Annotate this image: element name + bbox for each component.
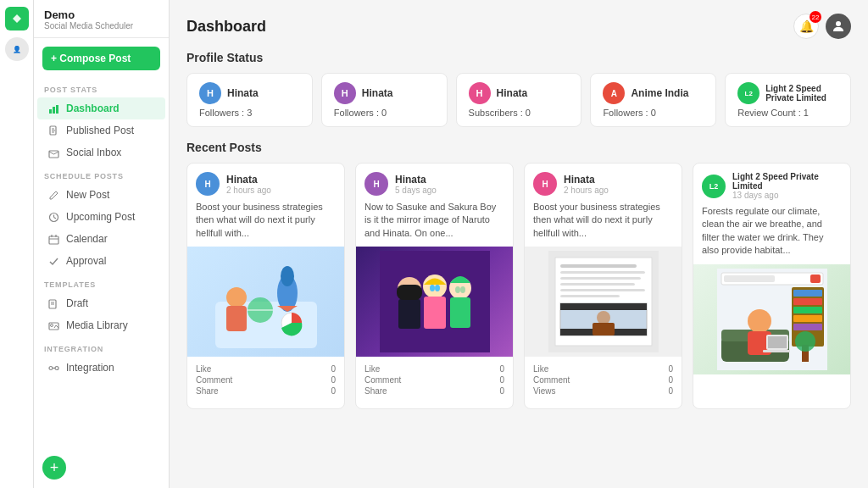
post-card-2: H Hinata 2 hours ago Boost your business… (524, 163, 682, 409)
post-stats-2: Like0 Comment0 Views0 (525, 357, 682, 403)
post-stat-share-1: Share0 (364, 385, 504, 396)
published-post-label: Published Post (66, 125, 134, 136)
post-user-info-0: Hinata 2 hours ago (226, 174, 271, 195)
sidebar-item-integration[interactable]: Integration (37, 357, 165, 379)
post-user-info-1: Hinata 5 days ago (395, 174, 437, 195)
svg-rect-0 (49, 109, 52, 114)
compose-button[interactable]: + Compose Post (42, 47, 160, 70)
post-stats-0: Like0 Comment0 Share0 (187, 357, 344, 403)
svg-rect-46 (560, 264, 637, 268)
post-time-3: 13 days ago (732, 191, 842, 200)
svg-rect-1 (53, 107, 55, 114)
section-label-integration: INTEGRATION (34, 336, 169, 357)
svg-point-21 (55, 366, 58, 369)
section-label-schedule: SCHEDULE POSTS (34, 164, 169, 184)
svg-rect-26 (226, 306, 247, 331)
post-stat-comment-0: Comment0 (196, 374, 336, 385)
notification-button[interactable]: 🔔 22 (793, 14, 819, 39)
section-label-templates: TEMPLATES (34, 272, 169, 292)
user-profile-button[interactable] (826, 14, 851, 39)
post-stat-like-1: Like0 (364, 363, 504, 374)
svg-rect-2 (56, 105, 58, 114)
sidebar-item-upcoming-post[interactable]: Upcoming Post (37, 206, 165, 228)
sidebar-item-media-library[interactable]: Media Library (37, 314, 165, 336)
svg-point-23 (836, 21, 841, 26)
svg-rect-71 (793, 298, 822, 305)
profile-card-header-2: H Hinata (469, 82, 570, 104)
svg-rect-74 (793, 324, 822, 330)
sidebar-item-published-post[interactable]: Published Post (37, 119, 165, 141)
profile-avatar-1: H (334, 82, 356, 104)
svg-rect-60 (724, 275, 775, 282)
post-avatar-1: H (364, 172, 388, 196)
profile-name-1: Hinata (362, 87, 393, 99)
svg-point-76 (795, 331, 815, 352)
svg-point-64 (748, 309, 771, 333)
profile-card-header-0: H Hinata (199, 82, 300, 104)
notification-badge: 22 (810, 11, 821, 23)
profile-card-0: H Hinata Followers : 3 (186, 73, 313, 127)
clock-icon (47, 211, 59, 223)
sidebar-item-dashboard[interactable]: Dashboard (37, 97, 165, 119)
inbox-icon (47, 147, 59, 158)
profile-status-title: Profile Status (186, 51, 851, 64)
profile-card-3: A Anime India Followers : 0 (590, 73, 716, 127)
calendar-label: Calendar (66, 233, 108, 245)
integration-icon (47, 362, 59, 374)
post-text-2: Boost your business strategies then what… (525, 201, 682, 247)
main-content: Dashboard 🔔 22 Profile Status H Hinata F… (170, 0, 868, 488)
post-avatar-2: H (533, 172, 557, 196)
post-card-header-0: H Hinata 2 hours ago (187, 164, 344, 201)
draft-icon (47, 297, 59, 309)
post-avatar-3: L2 (702, 175, 726, 198)
recent-posts-title: Recent Posts (186, 141, 851, 154)
svg-point-43 (460, 286, 465, 293)
svg-rect-61 (810, 274, 821, 283)
post-image-2 (525, 247, 682, 357)
post-card-1: H Hinata 5 days ago Now to Sasuke and Sa… (355, 163, 514, 409)
social-inbox-label: Social Inbox (66, 147, 121, 158)
svg-point-25 (226, 287, 247, 308)
brand-sub: Social Media Scheduler (44, 21, 159, 30)
sidebar-item-new-post[interactable]: New Post (37, 184, 165, 206)
new-post-label: New Post (66, 189, 109, 201)
profile-stat-1: Followers : 0 (334, 108, 435, 118)
post-user-name-1: Hinata (395, 174, 437, 186)
svg-line-10 (53, 217, 56, 219)
approval-label: Approval (66, 255, 106, 267)
post-card-0: H Hinata 2 hours ago Boost your business… (186, 163, 345, 409)
main-header: Dashboard 🔔 22 (186, 14, 851, 39)
svg-rect-48 (560, 277, 641, 280)
sidebar: Demo Social Media Scheduler + Compose Po… (34, 0, 170, 488)
app-logo[interactable] (5, 7, 29, 30)
post-user-info-3: Light 2 Speed Private Limited 13 days ag… (732, 172, 842, 200)
profile-card-header-3: A Anime India (603, 82, 704, 104)
sidebar-item-social-inbox[interactable]: Social Inbox (37, 141, 165, 164)
post-stat-comment-1: Comment0 (364, 374, 504, 385)
svg-point-56 (597, 311, 610, 324)
post-stat-like-0: Like0 (196, 363, 336, 374)
profile-avatar-3: A (603, 82, 625, 104)
post-avatar-0: H (196, 172, 220, 196)
profile-name-2: Hinata (497, 87, 528, 99)
sidebar-item-draft[interactable]: Draft (37, 292, 165, 314)
profile-name-3: Anime India (631, 87, 688, 99)
calendar-icon (47, 233, 59, 245)
profile-stat-4: Review Count : 1 (737, 108, 838, 118)
sidebar-item-calendar[interactable]: Calendar (37, 228, 165, 250)
header-actions: 🔔 22 (793, 14, 851, 39)
svg-rect-11 (49, 236, 58, 244)
brand-name: Demo (44, 8, 159, 21)
sidebar-bottom: + (34, 447, 169, 488)
post-user-info-2: Hinata 2 hours ago (564, 174, 609, 195)
add-fab-button[interactable]: + (42, 456, 66, 480)
svg-rect-49 (560, 283, 635, 286)
svg-point-41 (435, 285, 440, 291)
post-card-header-2: H Hinata 2 hours ago (525, 164, 682, 201)
profile-card-header-1: H Hinata (334, 82, 435, 104)
user-avatar-icon[interactable]: 👤 (5, 37, 29, 61)
post-user-name-3: Light 2 Speed Private Limited (732, 172, 842, 191)
post-card-3: L2 Light 2 Speed Private Limited 13 days… (693, 163, 851, 409)
sidebar-item-approval[interactable]: Approval (37, 250, 165, 272)
post-time-2: 2 hours ago (564, 186, 609, 195)
